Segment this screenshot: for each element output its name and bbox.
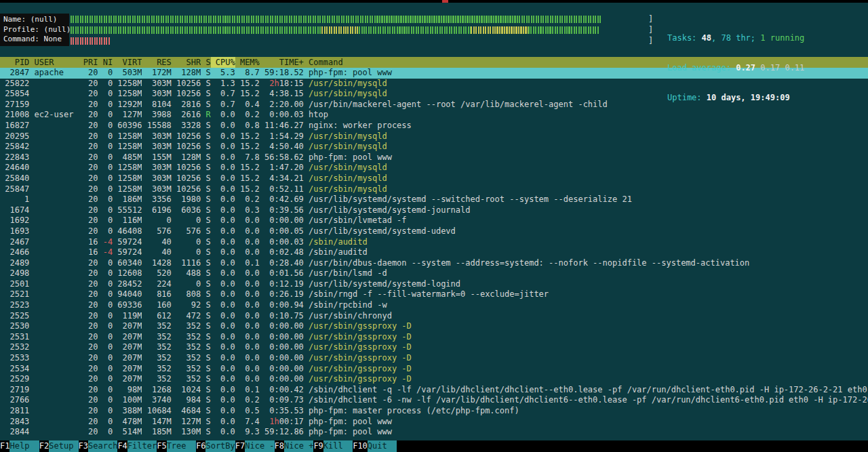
process-row[interactable]: 2811 20 0 388M 10684 4684 S 0.0 0.5 0:35… — [0, 406, 868, 417]
virt-cell: 186M — [113, 194, 142, 205]
shr-cell: 352 — [172, 364, 201, 375]
res-cell: 303M — [142, 184, 171, 195]
process-row[interactable]: 2467 16 -4 59724 40 0 S 0.0 0.0 0:00.03 … — [0, 237, 868, 248]
column-header-shr[interactable]: SHR — [172, 57, 201, 68]
process-row[interactable]: 2534 20 0 207M 352 352 S 0.0 0.0 0:00.00… — [0, 364, 868, 375]
command-cell: /usr/lib/systemd/systemd-journald — [304, 205, 868, 216]
htop-terminal-screen: ] ] ] Name: (null) Profile: (null) Comma… — [0, 0, 868, 452]
fkey-f9[interactable]: F9 — [313, 440, 323, 452]
fkey-f4[interactable]: F4 — [117, 440, 127, 452]
shr-cell: 0 — [172, 237, 201, 248]
fkey-label-setup[interactable]: Setup — [49, 440, 78, 452]
res-cell: 352 — [142, 374, 171, 385]
time-value: 0:00.94 — [269, 300, 304, 310]
fkey-label-quit[interactable]: Quit — [368, 440, 397, 452]
pid-cell: 25854 — [0, 89, 29, 100]
process-row[interactable]: 2466 16 -4 59724 40 0 S 0.0 0.0 0:02.48 … — [0, 247, 868, 258]
fkey-label-nice-[interactable]: Nice + — [284, 440, 313, 452]
fkey-f10[interactable]: F10 — [353, 440, 368, 452]
cpu-cell: 0.0 — [211, 385, 235, 396]
process-row[interactable]: 2529 20 0 207M 352 352 S 0.0 0.0 0:00.00… — [0, 374, 868, 385]
fkey-f2[interactable]: F2 — [39, 440, 49, 452]
process-row[interactable]: 2489 20 0 60340 1428 1116 S 0.0 0.1 0:28… — [0, 258, 868, 269]
process-row[interactable]: 25847 20 0 1258M 303M 10256 S 0.0 15.2 0… — [0, 184, 868, 195]
process-row[interactable]: 2533 20 0 207M 352 352 S 0.0 0.0 0:00.00… — [0, 353, 868, 364]
ni-cell: 0 — [98, 79, 113, 89]
fkey-label-help[interactable]: Help — [9, 440, 39, 452]
virt-cell: 1292M — [113, 100, 142, 110]
shr-cell: 127M — [172, 417, 201, 428]
process-row[interactable]: 2766 20 0 100M 3740 984 S 0.0 0.2 0:09.7… — [0, 395, 868, 406]
process-row[interactable]: 2844 20 0 514M 185M 130M S 0.0 9.3 59:12… — [0, 427, 868, 438]
process-row[interactable]: 24640 20 0 1258M 303M 10256 S 0.0 15.2 1… — [0, 163, 868, 173]
process-row[interactable]: 2521 20 0 94040 816 808 S 0.0 0.0 0:26.1… — [0, 289, 868, 300]
process-row[interactable]: 20295 20 0 1258M 303M 10256 S 0.0 15.2 1… — [0, 131, 868, 142]
column-header-mem[interactable]: MEM% — [235, 57, 260, 68]
process-row[interactable]: 25842 20 0 1258M 303M 10256 S 0.0 15.2 4… — [0, 142, 868, 152]
cpu-cell: 1.3 — [211, 79, 235, 89]
time-value: 56:58.62 — [264, 152, 304, 162]
fkey-f5[interactable]: F5 — [157, 440, 166, 452]
process-row[interactable]: 2843 20 0 478M 147M 127M S 0.0 7.4 1h00:… — [0, 417, 868, 428]
time-value: 0:00.42 — [269, 385, 304, 394]
column-header-virt[interactable]: VIRT — [113, 57, 142, 68]
mem-cell: 0.0 — [235, 237, 260, 248]
column-header-cpu-sort-active[interactable]: CPU% — [211, 57, 235, 68]
fkey-label-nice-[interactable]: Nice - — [245, 440, 274, 452]
fkey-label-search[interactable]: Search — [88, 440, 117, 452]
process-row[interactable]: 16827 20 0 60396 15588 3328 S 0.0 0.8 11… — [0, 121, 868, 131]
state-cell: S — [201, 184, 210, 195]
virt-cell: 60396 — [113, 121, 142, 131]
column-header-pid[interactable]: PID — [0, 57, 29, 68]
process-row[interactable]: 2530 20 0 207M 352 352 S 0.0 0.0 0:00.00… — [0, 321, 868, 332]
process-row[interactable]: 1693 20 0 46408 576 576 S 0.0 0.0 0:00.0… — [0, 226, 868, 237]
fkey-f7[interactable]: F7 — [235, 440, 245, 452]
column-header-user[interactable]: USER — [35, 57, 79, 68]
fkey-label-kill[interactable]: Kill — [323, 440, 353, 452]
mem-cell: 15.2 — [235, 89, 260, 100]
process-row[interactable]: 2531 20 0 207M 352 352 S 0.0 0.0 0:00.00… — [0, 332, 868, 343]
process-row[interactable]: 1674 20 0 55512 6196 6036 S 0.0 0.3 0:39… — [0, 205, 868, 216]
time-cell: 0:28.40 — [260, 258, 304, 269]
process-row[interactable]: 25840 20 0 1258M 303M 10256 S 0.0 15.2 4… — [0, 173, 868, 184]
column-header-pri[interactable]: PRI — [79, 57, 98, 68]
user-cell — [35, 226, 79, 237]
fkey-label-sortby[interactable]: SortBy — [205, 440, 235, 452]
column-header-ni[interactable]: NI — [98, 57, 113, 68]
res-cell: 172M — [142, 68, 171, 79]
cpu-cell: 0.0 — [211, 353, 235, 364]
fkey-label-tree[interactable]: Tree — [167, 440, 196, 452]
cpu-cell: 0.0 — [211, 258, 235, 269]
time-cell: 0:39.56 — [260, 205, 304, 216]
process-row[interactable]: 1692 20 0 116M 0 0 S 0.0 0.0 0:00.00 /us… — [0, 215, 868, 226]
column-header-time[interactable]: TIME+ — [260, 57, 304, 68]
process-row[interactable]: 1 20 0 186M 3356 1980 S 0.0 0.2 0:42.69 … — [0, 194, 868, 205]
fkey-label-filter[interactable]: Filter — [127, 440, 157, 452]
process-row[interactable]: 22843 20 0 485M 155M 128M S 0.0 7.8 56:5… — [0, 152, 868, 163]
ni-cell: 0 — [98, 353, 113, 364]
process-row[interactable]: 2523 20 0 69336 160 92 S 0.0 0.0 0:00.94… — [0, 300, 868, 311]
process-row[interactable]: 2498 20 0 12608 520 488 S 0.0 0.0 0:01.5… — [0, 268, 868, 279]
pid-cell: 2523 — [0, 300, 29, 311]
virt-cell: 1258M — [113, 142, 142, 152]
process-row[interactable]: 2501 20 0 28452 224 0 S 0.0 0.0 0:12.19 … — [0, 279, 868, 290]
time-value: 0:35.53 — [269, 406, 304, 415]
pid-cell: 2766 — [0, 395, 29, 406]
user-cell: ec2-user — [35, 110, 79, 121]
process-row[interactable]: 2532 20 0 207M 352 352 S 0.0 0.0 0:00.00… — [0, 342, 868, 353]
command-cell: /usr/sbin/gssproxy -D — [304, 374, 868, 385]
process-row[interactable]: 2719 20 0 98M 1268 1024 S 0.0 0.1 0:00.4… — [0, 385, 868, 396]
cpu-cell: 0.0 — [211, 321, 235, 332]
virt-cell: 59724 — [113, 237, 142, 248]
fkey-f3[interactable]: F3 — [79, 440, 88, 452]
pid-cell: 2521 — [0, 289, 29, 300]
fkey-f8[interactable]: F8 — [275, 440, 284, 452]
column-header-state[interactable]: S — [201, 57, 210, 68]
cpu-cell: 0.0 — [211, 194, 235, 205]
process-row[interactable]: 2525 20 0 119M 612 472 S 0.0 0.0 0:10.75… — [0, 311, 868, 322]
column-header-res[interactable]: RES — [142, 57, 171, 68]
fkey-f6[interactable]: F6 — [196, 440, 205, 452]
shr-cell: 128M — [172, 152, 201, 163]
fkey-f1[interactable]: F1 — [0, 440, 9, 452]
pri-cell: 20 — [79, 385, 98, 396]
